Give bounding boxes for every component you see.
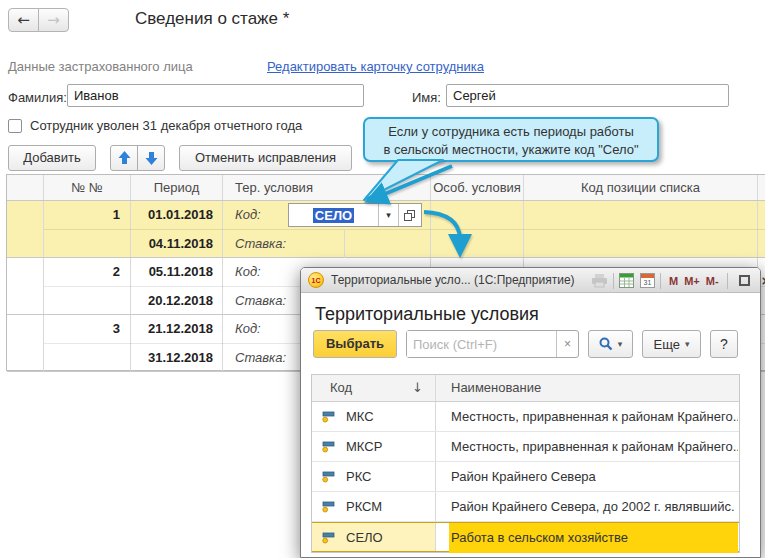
search-icon xyxy=(599,337,613,351)
search-box: × xyxy=(406,330,579,358)
col-header-osob[interactable]: Особ. условия xyxy=(431,175,524,200)
1c-logo-icon: 1С xyxy=(308,272,324,288)
col-header-ter[interactable]: Тер. условия xyxy=(223,175,431,200)
lastname-field[interactable] xyxy=(67,84,364,107)
col-header-period[interactable]: Период xyxy=(131,175,223,200)
back-button[interactable]: ← xyxy=(8,8,39,32)
fired-checkbox[interactable] xyxy=(8,119,22,133)
table-row[interactable]: 1 01.01.2018 04.11.2018 Код: СЕЛО ▾ xyxy=(7,201,765,258)
list-item[interactable]: МКС Местность, приравненная к районам Кр… xyxy=(312,402,739,432)
hint-line1: Если у сотрудника есть периоды работы xyxy=(365,123,657,141)
calculator-icon[interactable] xyxy=(619,273,634,288)
search-input[interactable] xyxy=(407,331,556,357)
dialog-titlebar-text: Территориальные усло... (1С:Предприятие) xyxy=(331,268,575,293)
search-options-button[interactable]: ▾ xyxy=(588,330,633,358)
firstname-field[interactable] xyxy=(446,84,729,107)
period-start: 21.12.2018 xyxy=(148,321,213,336)
catalog-item-icon xyxy=(322,471,335,483)
forward-button[interactable]: → xyxy=(38,8,69,32)
catalog-item-icon xyxy=(322,411,335,423)
forward-icon: → xyxy=(47,11,60,29)
combobox-dropdown-button[interactable]: ▾ xyxy=(378,204,398,226)
add-button[interactable]: Добавить xyxy=(8,145,96,171)
kod-label: Код: xyxy=(235,264,261,279)
ter-code-combobox[interactable]: СЕЛО ▾ xyxy=(288,203,422,227)
kod-label: Код: xyxy=(235,321,261,336)
item-code: МКС xyxy=(346,402,374,432)
territorial-conditions-dialog: 1С Территориальные усло... (1С:Предприят… xyxy=(300,267,761,558)
app-window: ← → Сведения о стаже * Данные застрахова… xyxy=(0,0,765,558)
catalog-item-icon xyxy=(322,532,335,544)
grid-header-row: № № Период Тер. условия Особ. условия Ко… xyxy=(7,175,765,201)
chevron-down-icon: ▾ xyxy=(618,339,623,349)
col-header-name[interactable]: Наименование xyxy=(451,375,541,401)
move-up-button[interactable] xyxy=(110,145,138,171)
list-item[interactable]: МКСР Местность, приравненная к районам К… xyxy=(312,432,739,462)
item-name: Район Крайнего Севера xyxy=(449,462,738,492)
hint-line2: в сельской местности, укажите код "Село" xyxy=(365,141,657,159)
move-down-button[interactable] xyxy=(137,145,165,171)
dialog-titlebar[interactable]: 1С Территориальные усло... (1С:Предприят… xyxy=(301,268,760,293)
arrow-up-icon xyxy=(118,151,131,165)
search-clear-button[interactable]: × xyxy=(556,331,578,357)
list-item[interactable]: РКСМ Район Крайнего Севера, до 2002 г. я… xyxy=(312,492,739,522)
more-button[interactable]: Еще ▾ xyxy=(642,330,701,358)
clear-icon: × xyxy=(564,337,571,351)
item-name: Местность, приравненная к районам Крайне… xyxy=(449,402,738,432)
firstname-label: Имя: xyxy=(412,90,441,105)
open-in-new-icon xyxy=(404,210,415,221)
period-start: 05.11.2018 xyxy=(149,264,213,279)
period-end: 04.11.2018 xyxy=(149,236,213,251)
arrow-down-icon xyxy=(145,151,158,165)
page-title: Сведения о стаже * xyxy=(135,9,289,29)
select-button[interactable]: Выбрать xyxy=(313,330,397,358)
stavka-label: Ставка: xyxy=(235,236,286,251)
col-header-kod-pos[interactable]: Код позиции списка xyxy=(524,175,758,200)
maximize-button[interactable] xyxy=(739,275,750,286)
stavka-label: Ставка: xyxy=(235,293,286,308)
conditions-list: Код ↓ Наименование МКС Местность, прирав… xyxy=(311,374,740,553)
item-name: Местность, приравненная к районам Крайне… xyxy=(449,432,738,462)
chevron-down-icon: ▾ xyxy=(685,339,690,349)
catalog-item-icon xyxy=(322,441,335,453)
item-name: Работа в сельском хозяйстве xyxy=(449,523,738,553)
ter-code-value[interactable]: СЕЛО xyxy=(289,204,378,226)
print-icon[interactable] xyxy=(591,274,608,288)
period-end: 20.12.2018 xyxy=(148,293,213,308)
item-code: СЕЛО xyxy=(346,523,383,553)
memory-m-minus-button[interactable]: M- xyxy=(703,275,722,287)
kod-label: Код: xyxy=(235,207,261,222)
lastname-label: Фамилия: xyxy=(8,90,67,105)
fired-checkbox-label: Сотрудник уволен 31 декабря отчетного го… xyxy=(30,118,302,133)
list-header-row: Код ↓ Наименование xyxy=(312,375,739,402)
stavka-label: Ставка: xyxy=(235,350,286,365)
item-name: Район Крайнего Севера, до 2002 г. являвш… xyxy=(449,492,738,522)
chevron-down-icon: ▾ xyxy=(386,210,391,220)
undo-corrections-button[interactable]: Отменить исправления xyxy=(179,145,352,171)
col-header-code[interactable]: Код xyxy=(330,375,352,401)
combobox-open-button[interactable] xyxy=(398,204,420,226)
close-icon: × xyxy=(762,272,765,289)
catalog-item-icon xyxy=(322,501,335,513)
memory-m-plus-button[interactable]: M+ xyxy=(681,275,703,287)
period-start: 01.01.2018 xyxy=(148,207,213,222)
item-code: РКС xyxy=(346,462,372,492)
list-item[interactable]: РКС Район Крайнего Севера xyxy=(312,462,739,492)
period-end: 31.12.2018 xyxy=(148,350,213,365)
help-button[interactable]: ? xyxy=(710,330,738,358)
close-button[interactable]: × xyxy=(756,268,765,293)
item-code: РКСМ xyxy=(346,492,382,522)
insured-person-section-label: Данные застрахованного лица xyxy=(8,59,193,74)
back-icon: ← xyxy=(17,11,30,29)
sort-desc-icon[interactable]: ↓ xyxy=(412,375,423,401)
item-code: МКСР xyxy=(346,432,382,462)
col-header-num[interactable]: № № xyxy=(44,175,131,200)
calendar-icon[interactable]: 31 xyxy=(640,273,655,288)
dialog-heading: Территориальные условия xyxy=(315,304,539,325)
history-nav: ← → xyxy=(8,8,69,32)
list-item-selected[interactable]: СЕЛО Работа в сельском хозяйстве xyxy=(312,522,739,552)
edit-employee-card-link[interactable]: Редактировать карточку сотрудника xyxy=(267,59,484,74)
hint-callout: Если у сотрудника есть периоды работы в … xyxy=(363,117,659,162)
memory-m-button[interactable]: M xyxy=(666,275,681,287)
